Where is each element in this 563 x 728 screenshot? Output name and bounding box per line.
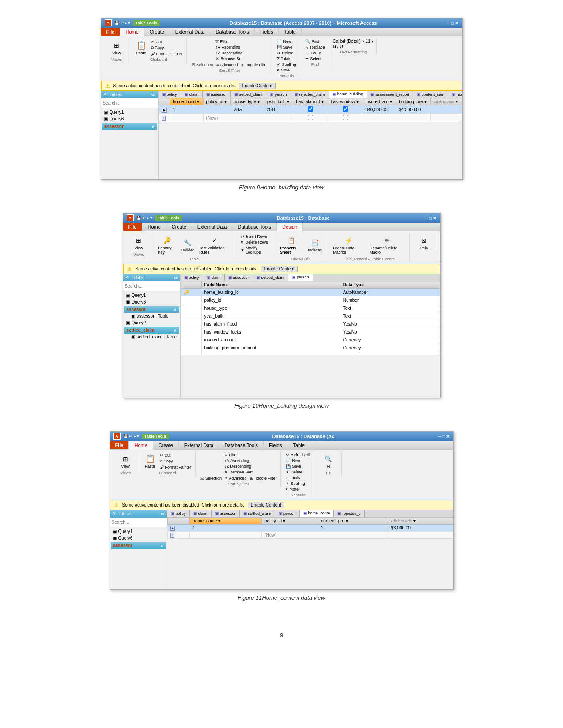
selection-btn-fig9[interactable]: ☑Selection (190, 62, 214, 68)
cell-housetype-fig9[interactable]: Villa (230, 105, 264, 114)
paste-btn-fig11[interactable]: 📋 Paste (143, 452, 158, 470)
format-painter-btn-fig11[interactable]: 🖌Format Painter (159, 465, 193, 470)
togglefilter-btn-fig11[interactable]: ⊞Toggle Filter (249, 476, 278, 481)
filter-btn-fig11[interactable]: ▽Filter (223, 452, 254, 458)
cell-contentpre-fig11[interactable]: 2 (318, 525, 388, 532)
advanced-btn-fig9[interactable]: ≡Advanced (215, 62, 239, 68)
window-controls-fig10[interactable]: ─ □ ✕ (425, 216, 437, 221)
field-insuredamount-fig10[interactable]: insured_amount (201, 336, 340, 344)
cell-new-id-fig11[interactable] (190, 532, 262, 539)
tab-file-fig11[interactable]: File (110, 441, 129, 449)
col-clickadd-fig9[interactable]: Click to Add ▾ (431, 98, 462, 105)
cut-btn-fig9[interactable]: ✂Cut (150, 39, 184, 45)
nav-item-query2-fig10[interactable]: ▣ Query2 (124, 319, 179, 326)
tab-settled-fig11[interactable]: ▣settled_claim (240, 510, 276, 517)
tab-table-fig9[interactable]: Table (279, 28, 301, 36)
field-policyid-fig10[interactable]: policy_id (201, 296, 340, 304)
spelling-btn-fig9[interactable]: ✓Spelling (276, 62, 297, 67)
tab-externaldata-fig11[interactable]: External Data (179, 441, 219, 449)
search-input-fig9[interactable] (103, 101, 159, 105)
tab-dbtools-fig10[interactable]: Database Tools (232, 223, 277, 231)
size-selector-fig9[interactable]: 11 ▾ (366, 39, 374, 44)
col-policyid-fig9[interactable]: policy_id ▾ (203, 98, 230, 105)
format-painter-btn-fig9[interactable]: 🖌Format Painter (150, 51, 184, 56)
col-policyid-fig11[interactable]: policy_id ▾ (262, 518, 318, 525)
col-contentpre-fig11[interactable]: content_pre ▾ (318, 518, 388, 525)
nav-subitem-settledtable-fig10[interactable]: ▣ settled_claim : Table (124, 334, 179, 340)
cell-policyid-fig9[interactable] (203, 105, 230, 114)
delete-btn-fig11[interactable]: ✕Delete (284, 469, 311, 475)
paste-btn-fig9[interactable]: 📋 Paste (134, 39, 149, 56)
removesort-btn-fig9[interactable]: ✕Remove Sort (214, 56, 245, 61)
tab-externaldata-fig10[interactable]: External Data (192, 223, 233, 231)
replace-btn-fig9[interactable]: ⇆Replace (304, 45, 326, 50)
descending-btn-fig9[interactable]: ↓ZDescending (214, 50, 245, 56)
field-yearbuilt-fig10[interactable]: year_built (201, 312, 340, 320)
find-btn-fig11[interactable]: 🔍 Fi (321, 452, 336, 470)
selection-btn-fig11[interactable]: ☑Selection (199, 476, 223, 481)
nav-section-settled-fig10[interactable]: settled_claim ∧ (124, 327, 179, 334)
totals-btn-fig9[interactable]: ΣTotals (276, 56, 297, 61)
tab-fields-fig9[interactable]: Fields (255, 28, 279, 36)
settled-expand-icon-fig10[interactable]: ∧ (174, 328, 177, 333)
nav-item-query1-fig9[interactable]: ▣ Query1 (102, 109, 157, 116)
col-yearbuilt-fig9[interactable]: year_built ▾ (264, 98, 293, 105)
cell-hasalarm-fig9[interactable] (293, 105, 328, 114)
field-hasalarm-fig10[interactable]: has_alarm_fitted (201, 320, 340, 328)
refreshall-btn-fig11[interactable]: ↻Refresh All (284, 452, 311, 458)
new-btn-fig11[interactable]: 📄New (284, 458, 311, 463)
tab-externaldata-fig9[interactable]: External Data (170, 28, 211, 36)
goto-btn-fig9[interactable]: →Go To (304, 50, 326, 56)
more-btn-fig9[interactable]: ▾More (276, 68, 297, 73)
nav-section-assessor-fig9[interactable]: assessor ∧ (102, 123, 157, 130)
tab-settled-fig9[interactable]: ▣settled_claim (231, 91, 267, 98)
tab-design-fig10[interactable]: Design (277, 223, 303, 231)
totals-btn-fig11[interactable]: ΣTotals (284, 475, 311, 480)
removesort-btn-fig11[interactable]: ✕Remove Sort (223, 469, 254, 475)
ascending-btn-fig9[interactable]: ↑AAscending (214, 45, 245, 50)
tab-content-fig9[interactable]: ▣content_item (413, 91, 449, 98)
createmacros-btn-fig10[interactable]: ⚡ Create Data Macros (331, 234, 367, 256)
nav-search-fig9[interactable]: 🔍 (101, 98, 158, 108)
col-insured-fig9[interactable]: insured_am ▾ (363, 98, 396, 105)
tab-create-fig10[interactable]: Create (166, 223, 192, 231)
spelling-btn-fig11[interactable]: ✓Spelling (284, 481, 311, 486)
more-btn-fig11[interactable]: ▾More (284, 487, 311, 492)
insertrows-btn-fig10[interactable]: ↑+Insert Rows (239, 234, 271, 239)
nav-section-assessor-fig10[interactable]: assessor ∧ (124, 306, 179, 313)
ascending-btn-fig11[interactable]: ↑AAscending (223, 458, 254, 463)
renamemacro-btn-fig10[interactable]: ✏ Rename/Delete Macro (367, 234, 407, 256)
tab-home-fig9[interactable]: Home (120, 28, 144, 36)
assessor-expand-icon-fig10[interactable]: ∧ (174, 307, 177, 312)
enable-content-btn-fig11[interactable]: Enable Content (248, 502, 284, 508)
tab-claim-fig11[interactable]: ▣claim (190, 510, 212, 517)
find-btn-fig9[interactable]: 🔍Find (304, 39, 326, 44)
save-btn-fig9[interactable]: 💾Save (276, 45, 297, 50)
tab-table-fig11[interactable]: Table (287, 441, 310, 449)
col-housetype-fig9[interactable]: house_type ▾ (230, 98, 264, 105)
copy-btn-fig9[interactable]: ⧉Copy (150, 45, 184, 51)
col-homeconte-fig11[interactable]: home_conte ▾ (190, 518, 262, 525)
nav-item-query6-fig11[interactable]: ▣ Query6 (111, 535, 166, 541)
modifylookups-btn-fig10[interactable]: ▼Modify Lookups (239, 245, 271, 255)
tab-homebuilding-fig10[interactable]: ▣person (288, 274, 313, 281)
field-housetype-fig10[interactable]: house_type (201, 304, 340, 312)
copy-btn-fig11[interactable]: ⧉Copy (159, 458, 193, 464)
tab-fields-fig11[interactable]: Fields (264, 441, 287, 449)
tab-settled-fig10[interactable]: ▣settled_claim (253, 274, 289, 281)
cell-haswindow-fig9[interactable] (328, 105, 363, 114)
cell-policyid-fig11[interactable] (262, 525, 318, 532)
view-btn-fig9[interactable]: ⊞ View (109, 39, 124, 56)
tab-assessor-fig10[interactable]: ▣assessor (225, 274, 253, 281)
nav-item-query6-fig9[interactable]: ▣ Query6 (102, 116, 157, 122)
nav-search-fig10[interactable]: 🔍 (123, 281, 180, 291)
tab-assessor-fig9[interactable]: ▣assessor (203, 91, 231, 98)
window-controls-fig11[interactable]: ─ □ ✕ (438, 434, 450, 439)
advanced-btn-fig11[interactable]: ≡Advanced (224, 476, 248, 481)
cell-id-fig9[interactable]: 1 (170, 105, 203, 114)
nav-section-assessor-fig11[interactable]: assessor ∧ (111, 542, 166, 549)
builder-btn-fig10[interactable]: 🔧 Builder (179, 236, 196, 254)
enable-content-btn-fig9[interactable]: Enable Content (239, 83, 276, 89)
tab-person-fig11[interactable]: ▣person (275, 510, 300, 517)
bold-btn-fig9[interactable]: B (333, 44, 336, 49)
